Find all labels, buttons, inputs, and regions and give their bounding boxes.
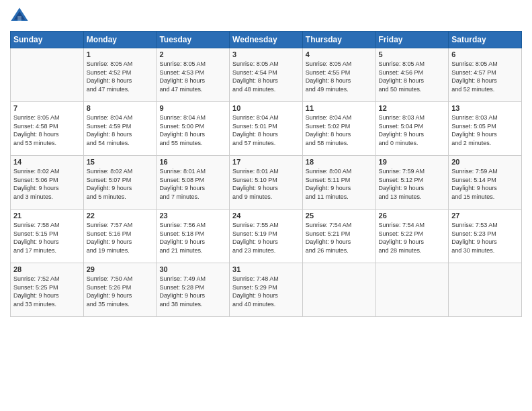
- day-number: 4: [306, 50, 373, 58]
- day-number: 28: [13, 265, 81, 273]
- page-header: [10, 7, 522, 26]
- calendar-header-cell: Thursday: [302, 32, 375, 48]
- day-number: 18: [306, 158, 373, 166]
- day-info: Sunrise: 8:04 AM Sunset: 5:02 PM Dayligh…: [306, 113, 373, 147]
- day-number: 22: [87, 212, 154, 220]
- day-info: Sunrise: 8:02 AM Sunset: 5:07 PM Dayligh…: [87, 167, 154, 201]
- day-number: 16: [159, 158, 226, 166]
- calendar-cell: 12Sunrise: 8:03 AM Sunset: 5:04 PM Dayli…: [375, 102, 449, 156]
- calendar-cell: [449, 263, 522, 317]
- calendar-cell: 16Sunrise: 8:01 AM Sunset: 5:08 PM Dayli…: [157, 156, 230, 210]
- calendar-cell: 31Sunrise: 7:48 AM Sunset: 5:29 PM Dayli…: [230, 263, 303, 317]
- day-info: Sunrise: 7:59 AM Sunset: 5:14 PM Dayligh…: [451, 167, 519, 201]
- day-info: Sunrise: 8:05 AM Sunset: 4:58 PM Dayligh…: [13, 113, 81, 147]
- day-number: 3: [232, 50, 300, 58]
- calendar-cell: 4Sunrise: 8:05 AM Sunset: 4:55 PM Daylig…: [302, 48, 375, 102]
- calendar-cell: 18Sunrise: 8:00 AM Sunset: 5:11 PM Dayli…: [302, 156, 375, 210]
- calendar-week-row: 1Sunrise: 8:05 AM Sunset: 4:52 PM Daylig…: [11, 48, 522, 102]
- calendar-cell: 3Sunrise: 8:05 AM Sunset: 4:54 PM Daylig…: [230, 48, 303, 102]
- calendar-cell: 19Sunrise: 7:59 AM Sunset: 5:12 PM Dayli…: [375, 156, 449, 210]
- day-info: Sunrise: 7:57 AM Sunset: 5:16 PM Dayligh…: [87, 221, 154, 255]
- calendar-cell: 27Sunrise: 7:53 AM Sunset: 5:23 PM Dayli…: [449, 210, 522, 263]
- calendar-cell: 11Sunrise: 8:04 AM Sunset: 5:02 PM Dayli…: [302, 102, 375, 156]
- day-number: 24: [232, 212, 300, 220]
- calendar-header-cell: Wednesday: [230, 32, 303, 48]
- day-info: Sunrise: 7:53 AM Sunset: 5:23 PM Dayligh…: [451, 221, 519, 255]
- day-info: Sunrise: 8:02 AM Sunset: 5:06 PM Dayligh…: [13, 167, 81, 201]
- day-number: 20: [451, 158, 519, 166]
- calendar-cell: 25Sunrise: 7:54 AM Sunset: 5:21 PM Dayli…: [302, 210, 375, 263]
- day-info: Sunrise: 8:05 AM Sunset: 4:54 PM Dayligh…: [232, 60, 300, 93]
- calendar-header-cell: Monday: [83, 32, 157, 48]
- day-number: 15: [87, 158, 154, 166]
- svg-rect-2: [17, 16, 21, 21]
- day-number: 2: [159, 50, 226, 58]
- day-info: Sunrise: 8:05 AM Sunset: 4:56 PM Dayligh…: [379, 60, 446, 93]
- day-info: Sunrise: 7:54 AM Sunset: 5:21 PM Dayligh…: [306, 221, 373, 255]
- day-info: Sunrise: 8:05 AM Sunset: 4:57 PM Dayligh…: [451, 60, 519, 93]
- day-number: 21: [13, 212, 81, 220]
- day-info: Sunrise: 8:04 AM Sunset: 5:01 PM Dayligh…: [232, 113, 300, 147]
- day-number: 17: [232, 158, 300, 166]
- calendar-cell: 29Sunrise: 7:50 AM Sunset: 5:26 PM Dayli…: [83, 263, 157, 317]
- calendar-cell: [375, 263, 449, 317]
- day-info: Sunrise: 8:04 AM Sunset: 5:00 PM Dayligh…: [159, 113, 226, 147]
- calendar-cell: 20Sunrise: 7:59 AM Sunset: 5:14 PM Dayli…: [449, 156, 522, 210]
- calendar-cell: 6Sunrise: 8:05 AM Sunset: 4:57 PM Daylig…: [449, 48, 522, 102]
- calendar-header-cell: Tuesday: [157, 32, 230, 48]
- day-number: 13: [451, 104, 519, 112]
- calendar-cell: [11, 48, 84, 102]
- day-info: Sunrise: 8:05 AM Sunset: 4:52 PM Dayligh…: [87, 60, 154, 93]
- calendar-cell: 8Sunrise: 8:04 AM Sunset: 4:59 PM Daylig…: [83, 102, 157, 156]
- page-container: SundayMondayTuesdayWednesdayThursdayFrid…: [0, 0, 532, 324]
- calendar-cell: 14Sunrise: 8:02 AM Sunset: 5:06 PM Dayli…: [11, 156, 84, 210]
- day-number: 7: [13, 104, 81, 112]
- calendar-cell: 24Sunrise: 7:55 AM Sunset: 5:19 PM Dayli…: [230, 210, 303, 263]
- calendar-cell: 15Sunrise: 8:02 AM Sunset: 5:07 PM Dayli…: [83, 156, 157, 210]
- calendar-cell: 21Sunrise: 7:58 AM Sunset: 5:15 PM Dayli…: [11, 210, 84, 263]
- day-number: 10: [232, 104, 300, 112]
- day-number: 25: [306, 212, 373, 220]
- day-number: 12: [379, 104, 446, 112]
- day-number: 6: [451, 50, 519, 58]
- day-number: 30: [159, 265, 226, 273]
- calendar-body: 1Sunrise: 8:05 AM Sunset: 4:52 PM Daylig…: [11, 48, 522, 317]
- calendar-header-row: SundayMondayTuesdayWednesdayThursdayFrid…: [11, 32, 522, 48]
- day-number: 14: [13, 158, 81, 166]
- day-info: Sunrise: 7:59 AM Sunset: 5:12 PM Dayligh…: [379, 167, 446, 201]
- calendar-header-cell: Saturday: [449, 32, 522, 48]
- calendar-cell: 30Sunrise: 7:49 AM Sunset: 5:28 PM Dayli…: [157, 263, 230, 317]
- calendar-cell: 26Sunrise: 7:54 AM Sunset: 5:22 PM Dayli…: [375, 210, 449, 263]
- calendar-cell: 23Sunrise: 7:56 AM Sunset: 5:18 PM Dayli…: [157, 210, 230, 263]
- day-number: 26: [379, 212, 446, 220]
- calendar-cell: 9Sunrise: 8:04 AM Sunset: 5:00 PM Daylig…: [157, 102, 230, 156]
- day-info: Sunrise: 7:50 AM Sunset: 5:26 PM Dayligh…: [87, 275, 154, 308]
- calendar-table: SundayMondayTuesdayWednesdayThursdayFrid…: [10, 31, 522, 317]
- calendar-week-row: 21Sunrise: 7:58 AM Sunset: 5:15 PM Dayli…: [11, 210, 522, 263]
- day-info: Sunrise: 7:49 AM Sunset: 5:28 PM Dayligh…: [159, 275, 226, 308]
- calendar-week-row: 28Sunrise: 7:52 AM Sunset: 5:25 PM Dayli…: [11, 263, 522, 317]
- calendar-cell: 2Sunrise: 8:05 AM Sunset: 4:53 PM Daylig…: [157, 48, 230, 102]
- calendar-cell: [302, 263, 375, 317]
- calendar-cell: 28Sunrise: 7:52 AM Sunset: 5:25 PM Dayli…: [11, 263, 84, 317]
- calendar-cell: 1Sunrise: 8:05 AM Sunset: 4:52 PM Daylig…: [83, 48, 157, 102]
- day-info: Sunrise: 7:54 AM Sunset: 5:22 PM Dayligh…: [379, 221, 446, 255]
- day-number: 8: [87, 104, 154, 112]
- logo-icon: [10, 7, 29, 26]
- calendar-header-cell: Friday: [375, 32, 449, 48]
- day-number: 19: [379, 158, 446, 166]
- day-number: 5: [379, 50, 446, 58]
- day-info: Sunrise: 8:03 AM Sunset: 5:04 PM Dayligh…: [379, 113, 446, 147]
- day-number: 27: [451, 212, 519, 220]
- day-info: Sunrise: 8:03 AM Sunset: 5:05 PM Dayligh…: [451, 113, 519, 147]
- calendar-cell: 5Sunrise: 8:05 AM Sunset: 4:56 PM Daylig…: [375, 48, 449, 102]
- day-info: Sunrise: 8:05 AM Sunset: 4:55 PM Dayligh…: [306, 60, 373, 93]
- calendar-cell: 13Sunrise: 8:03 AM Sunset: 5:05 PM Dayli…: [449, 102, 522, 156]
- day-info: Sunrise: 7:56 AM Sunset: 5:18 PM Dayligh…: [159, 221, 226, 255]
- day-number: 29: [87, 265, 154, 273]
- day-info: Sunrise: 8:00 AM Sunset: 5:11 PM Dayligh…: [306, 167, 373, 201]
- calendar-week-row: 7Sunrise: 8:05 AM Sunset: 4:58 PM Daylig…: [11, 102, 522, 156]
- calendar-cell: 22Sunrise: 7:57 AM Sunset: 5:16 PM Dayli…: [83, 210, 157, 263]
- calendar-cell: 10Sunrise: 8:04 AM Sunset: 5:01 PM Dayli…: [230, 102, 303, 156]
- day-number: 31: [232, 265, 300, 273]
